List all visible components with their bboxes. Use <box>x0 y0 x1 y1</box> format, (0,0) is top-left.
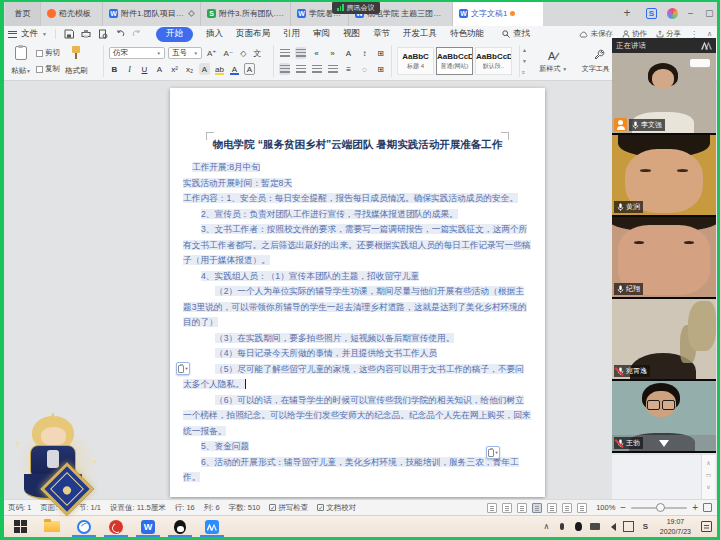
taskbar-app-button[interactable] <box>4 516 36 537</box>
save-icon[interactable] <box>64 29 74 39</box>
document-line[interactable]: （5）尽可能了解些留守儿童的家境，这些内容可以用于文书工作的稿子，不要问太多个人… <box>183 362 532 393</box>
format-button[interactable]: B <box>109 63 120 75</box>
taskbar-app-button[interactable] <box>36 516 68 537</box>
two-page-view-icon[interactable] <box>502 503 512 513</box>
document-line[interactable]: 5、资金问题 <box>183 439 532 455</box>
participant-video[interactable]: 王勃 <box>612 381 716 451</box>
zoom-slider[interactable] <box>631 507 687 509</box>
styles-scroll[interactable]: ▲▼≡ <box>520 45 527 77</box>
phonetic-button[interactable]: 文 <box>251 48 263 59</box>
justify-button[interactable] <box>327 63 338 75</box>
document-line[interactable]: 2、宣传员：负责对团队工作进行宣传，寻找媒体报道团队的成果。 <box>183 207 532 223</box>
decrease-font-button[interactable]: A⁻ <box>222 49 236 58</box>
tray-icon[interactable] <box>590 523 600 530</box>
document-line[interactable]: 3、文书工作者：按照校文件的要求，需要写一篇调研报告，一篇实践征文，这两个所有文… <box>183 222 532 269</box>
skin-center-icon[interactable] <box>667 8 678 19</box>
document-line[interactable]: 实践活动开展时间：暂定8天 <box>183 176 532 192</box>
right-tool-strip[interactable]: ∧▭∨ <box>701 455 715 499</box>
statusbar-check-button[interactable]: ✓ 文档校对 <box>317 503 356 513</box>
menu-item[interactable]: 页面布局 <box>236 28 270 40</box>
borders-button[interactable]: ⊞ <box>375 47 386 59</box>
document-page[interactable]: 物电学院 “服务贫困乡村”云端团队 暑期实践活动开展准备工作 工作开展:8月中旬… <box>170 88 545 497</box>
style-card[interactable]: AaBbC 标题 4 <box>397 47 434 75</box>
document-line[interactable]: （3）在实践期间，要多拍些照片，短视频以备后期宣传使用。 <box>183 331 532 347</box>
print-preview-icon[interactable] <box>98 29 108 39</box>
participant-video[interactable]: 宛霄逸 <box>612 299 716 379</box>
document-tab[interactable]: 首页 <box>5 0 41 26</box>
menu-item[interactable]: 章节 <box>373 28 390 40</box>
shading-button[interactable]: ◌ <box>359 63 370 75</box>
eye-protect-view-icon[interactable] <box>577 503 587 513</box>
tray-icon[interactable]: S <box>641 522 650 531</box>
document-line[interactable]: 6、活动的开展形式：辅导留守儿童，美化乡村环境，技能培训，服务三农，青年工作。 <box>183 455 532 486</box>
copy-button[interactable]: 复制 <box>36 64 60 74</box>
outline-view-icon[interactable] <box>547 503 557 513</box>
participant-video[interactable]: 黄润 <box>612 135 716 215</box>
taskbar-app-button[interactable] <box>196 516 228 537</box>
undo-icon[interactable] <box>115 29 125 39</box>
change-case-button[interactable]: A <box>343 47 354 59</box>
statusbar-check-button[interactable]: ✓ 拼写检查 <box>269 503 308 513</box>
new-tab-button[interactable]: + <box>618 6 636 20</box>
numbered-list-button[interactable] <box>295 47 306 59</box>
session-manager-icon[interactable]: S <box>646 8 657 19</box>
minimize-button[interactable]: – <box>688 8 693 18</box>
tray-icon[interactable] <box>558 523 567 530</box>
taskbar-app-button[interactable] <box>164 516 196 537</box>
sort-button[interactable]: ↕ <box>359 47 370 59</box>
notification-center-icon[interactable] <box>701 521 712 532</box>
tray-icon[interactable] <box>607 523 616 531</box>
cut-button[interactable]: 剪切 <box>36 48 60 58</box>
document-tab[interactable]: 附件3.所有团队...信息统计表(1) <box>201 0 291 26</box>
format-button[interactable]: x² <box>169 63 180 75</box>
paste-button[interactable]: 粘贴▼ <box>11 45 31 77</box>
format-painter-button[interactable]: 格式刷 <box>65 45 88 77</box>
menu-item[interactable]: 开始 <box>156 27 193 42</box>
document-line[interactable]: 工作开展:8月中旬 <box>183 160 532 176</box>
format-button[interactable]: A <box>244 63 255 75</box>
taskbar-clock[interactable]: 19:07 2020/7/23 <box>657 517 694 536</box>
align-center-button[interactable] <box>295 63 306 75</box>
style-card[interactable]: AaBbCcDd 默认段.. <box>475 47 512 75</box>
style-card[interactable]: AaBbCcD 普通(网站) <box>436 47 473 75</box>
clear-format-button[interactable]: ◇ <box>238 49 248 58</box>
menu-item[interactable]: 视图 <box>343 28 360 40</box>
tray-icon[interactable]: ∧ <box>542 522 551 531</box>
fit-page-button[interactable] <box>703 503 712 512</box>
menu-item[interactable]: 开发工具 <box>403 28 437 40</box>
taskbar-app-button[interactable] <box>132 516 164 537</box>
redo-icon[interactable] <box>132 29 142 39</box>
document-line[interactable]: （2）一个人为单位实际的辅导学生功课，期间尽量与他们开展有些活动（根据主题3里说… <box>183 284 532 331</box>
format-button[interactable]: ab <box>214 63 225 75</box>
menu-item[interactable]: 审阅 <box>313 28 330 40</box>
new-style-button[interactable]: A 新样式 ▼ <box>539 49 567 74</box>
file-menu[interactable]: 文件 ▼ <box>8 28 47 40</box>
taskbar-app-button[interactable] <box>68 516 100 537</box>
menu-item[interactable]: 引用 <box>283 28 300 40</box>
line-spacing-button[interactable]: ≡ <box>343 63 354 75</box>
document-line[interactable]: 工作内容：1、安全员：每日安全提醒，报告每日成员情况。确保实践活动成员的安全。 <box>183 191 532 207</box>
format-button[interactable]: U <box>139 63 150 75</box>
document-line[interactable]: （6）可以的话，在辅导学生的时候可以宣传些我们学院的相关知识，给他们树立一个榜样… <box>183 393 532 440</box>
document-line[interactable]: 4、实践组人员：（1）宣传本团队的主题，招收留守儿童 <box>183 269 532 285</box>
zoom-in-button[interactable]: + <box>692 503 698 513</box>
font-name-select[interactable]: 仿宋▼ <box>109 47 165 59</box>
search-menu[interactable]: 查找 <box>502 28 530 40</box>
meeting-panel-header[interactable]: 正在讲话 <box>612 38 716 53</box>
fullscreen-view-icon[interactable] <box>487 503 497 513</box>
format-button[interactable]: x₂ <box>184 63 195 75</box>
tencent-meeting-pill[interactable]: 腾讯会议 <box>332 1 380 14</box>
maximize-button[interactable]: ▢ <box>705 8 714 18</box>
tray-icon[interactable] <box>623 521 634 532</box>
table-button[interactable]: ⊞ <box>375 63 386 75</box>
document-tab[interactable]: 文字文稿1 <box>453 0 543 26</box>
increase-font-button[interactable]: A⁺ <box>205 49 219 58</box>
collapse-ribbon-icon[interactable]: ∧ <box>707 30 712 38</box>
menu-item[interactable]: 特色功能 <box>450 28 484 40</box>
paste-options-floatie[interactable]: ▼ <box>176 362 190 375</box>
participant-video[interactable]: 纪翔 <box>612 217 716 297</box>
align-left-button[interactable] <box>279 63 290 75</box>
paste-options-floatie-2[interactable]: ▼ <box>486 446 500 459</box>
page-view-icon[interactable] <box>532 503 542 513</box>
zoom-slider-thumb[interactable] <box>656 503 665 512</box>
